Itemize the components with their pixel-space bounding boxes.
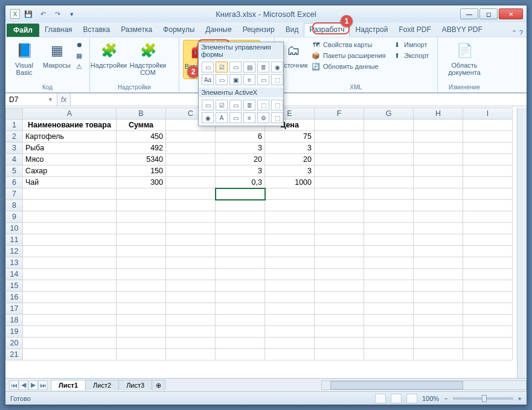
cell-A1[interactable]: Наименование товара — [23, 120, 117, 131]
cell-D4[interactable]: 20 — [216, 154, 265, 165]
view-normal-icon[interactable] — [375, 394, 386, 403]
vertical-scrollbar[interactable] — [517, 107, 527, 378]
visual-basic-button[interactable]: 📘 Visual Basic — [9, 40, 39, 77]
qat-dropdown-icon[interactable]: ▾ — [66, 8, 78, 19]
tab-addins[interactable]: Надстрой — [350, 23, 393, 37]
tab-data[interactable]: Данные — [200, 23, 237, 37]
refresh-data-button[interactable]: 🔄Обновить данные — [311, 62, 389, 71]
xml-import-button[interactable]: ⬇Импорт — [392, 40, 429, 50]
ax-textbox-icon[interactable]: ▭ — [229, 100, 242, 111]
tab-home[interactable]: Главная — [39, 23, 78, 37]
expansion-packs-button[interactable]: 📦Пакеты расширения — [311, 51, 389, 60]
cell-A5[interactable]: Сахар — [23, 165, 117, 177]
sheet-tab-1[interactable]: Лист1 — [51, 380, 86, 390]
tab-review[interactable]: Рецензир — [237, 23, 280, 37]
cell-E5[interactable]: 3 — [265, 165, 315, 177]
cell-B5[interactable]: 150 — [117, 165, 166, 177]
sheet-nav-first-icon[interactable]: ⏮ — [9, 380, 19, 390]
col-I[interactable]: I — [463, 108, 513, 120]
document-area-button[interactable]: 📄 Область документа — [441, 40, 487, 77]
zoom-level[interactable]: 100% — [422, 395, 439, 402]
zoom-slider[interactable] — [453, 397, 513, 400]
form-combobox-icon[interactable]: ▭ — [229, 62, 242, 72]
form-label-icon[interactable]: Aa — [202, 74, 214, 85]
form-frame-icon[interactable]: ▭ — [216, 74, 228, 85]
tab-layout[interactable]: Разметка — [115, 23, 158, 37]
ax-more-icon[interactable]: ⚙ — [257, 112, 269, 123]
cell-E3[interactable]: 3 — [265, 143, 315, 154]
ax-checkbox-icon[interactable]: ☑ — [216, 100, 228, 111]
row-6[interactable]: 6 — [6, 177, 23, 188]
cell-A6[interactable]: Чай — [23, 177, 117, 188]
xml-export-button[interactable]: ⬆Экспорт — [392, 51, 429, 60]
help-icon[interactable]: ? — [519, 29, 523, 37]
row-3[interactable]: 3 — [6, 143, 23, 154]
ax-combo-icon[interactable]: ⬚ — [257, 100, 269, 111]
cell-A4[interactable]: Мясо — [23, 154, 117, 165]
cell-B1[interactable]: Сумма — [117, 120, 166, 131]
ax-label-icon[interactable]: A — [216, 112, 228, 123]
cell-D2[interactable]: 6 — [216, 131, 265, 143]
ax-scroll-icon[interactable]: ≡ — [243, 112, 255, 123]
form-text-icon[interactable]: ▭ — [257, 74, 269, 85]
col-F[interactable]: F — [315, 108, 364, 120]
close-button[interactable]: ✕ — [499, 8, 523, 19]
form-scroll-icon[interactable]: ≡ — [243, 74, 255, 85]
form-spin-icon[interactable]: ▤ — [243, 62, 255, 72]
formula-input[interactable] — [71, 94, 527, 106]
cell-E2[interactable]: 75 — [265, 131, 315, 143]
cell-E4[interactable]: 20 — [265, 154, 315, 165]
worksheet[interactable]: A B C D E F G H I 1 Наименование товара … — [5, 107, 527, 378]
row-7[interactable]: 7 — [6, 188, 23, 200]
cell-D3[interactable]: 3 — [216, 143, 265, 154]
cell-A3[interactable]: Рыба — [23, 143, 117, 154]
row-4[interactable]: 4 — [6, 154, 23, 165]
form-group-icon[interactable]: ▣ — [229, 74, 242, 85]
ax-image-icon[interactable]: ▭ — [229, 112, 242, 123]
com-addins-button[interactable]: 🧩 Надстройки COM — [126, 40, 170, 77]
cell-D6[interactable]: 0,3 — [216, 177, 265, 188]
cell-D5[interactable]: 3 — [216, 165, 265, 177]
cell-E6[interactable]: 1000 — [265, 177, 315, 188]
ax-extra-icon[interactable]: ⬚ — [271, 112, 283, 123]
tab-formulas[interactable]: Формулы — [158, 23, 200, 37]
ax-option-icon[interactable]: ◉ — [202, 112, 214, 123]
zoom-in-icon[interactable]: + — [518, 395, 522, 402]
map-properties-button[interactable]: 🗺Свойства карты — [311, 40, 389, 50]
qat-undo-icon[interactable]: ↶ — [37, 8, 49, 19]
col-A[interactable]: A — [23, 108, 117, 120]
form-checkbox-icon[interactable]: ☑ — [216, 62, 228, 72]
tab-view[interactable]: Вид — [280, 23, 304, 37]
view-break-icon[interactable] — [406, 394, 417, 403]
qat-redo-icon[interactable]: ↷ — [51, 8, 63, 19]
row-1[interactable]: 1 — [6, 120, 23, 131]
maximize-button[interactable]: ◻ — [479, 8, 498, 19]
select-all-corner[interactable] — [6, 108, 23, 120]
cell-D7-selected[interactable] — [216, 188, 265, 200]
tab-file[interactable]: Файл — [7, 24, 39, 37]
name-box[interactable]: D7▼ — [5, 94, 57, 106]
view-layout-icon[interactable] — [391, 394, 402, 403]
tab-foxit[interactable]: Foxit PDF — [393, 23, 436, 37]
qat-save-icon[interactable]: 💾 — [22, 8, 34, 19]
tab-abbyy[interactable]: ABBYY PDF — [437, 23, 488, 37]
cell-B6[interactable]: 300 — [117, 177, 166, 188]
cell-B4[interactable]: 5340 — [117, 154, 166, 165]
form-button-icon[interactable]: ▭ — [202, 62, 214, 72]
row-2[interactable]: 2 — [6, 131, 23, 143]
new-sheet-button[interactable]: ⊕ — [152, 380, 165, 391]
sheet-nav-next-icon[interactable]: ▶ — [28, 380, 38, 390]
sheet-nav-last-icon[interactable]: ⏭ — [38, 380, 48, 390]
ax-button-icon[interactable]: ▭ — [202, 100, 214, 111]
row-5[interactable]: 5 — [6, 165, 23, 177]
col-B[interactable]: B — [117, 108, 166, 120]
zoom-out-icon[interactable]: − — [444, 395, 447, 402]
ribbon-minimize-icon[interactable]: ⌃ — [511, 29, 517, 37]
sheet-tab-2[interactable]: Лист2 — [85, 380, 119, 390]
ax-listbox-icon[interactable]: ≣ — [243, 100, 255, 111]
form-extra-icon[interactable]: ⬚ — [271, 74, 283, 85]
minimize-button[interactable]: — — [460, 8, 478, 19]
col-H[interactable]: H — [414, 108, 463, 120]
record-macro-icon[interactable]: ⏺ — [74, 40, 84, 50]
macros-button[interactable]: ▦ Макросы — [42, 40, 72, 70]
